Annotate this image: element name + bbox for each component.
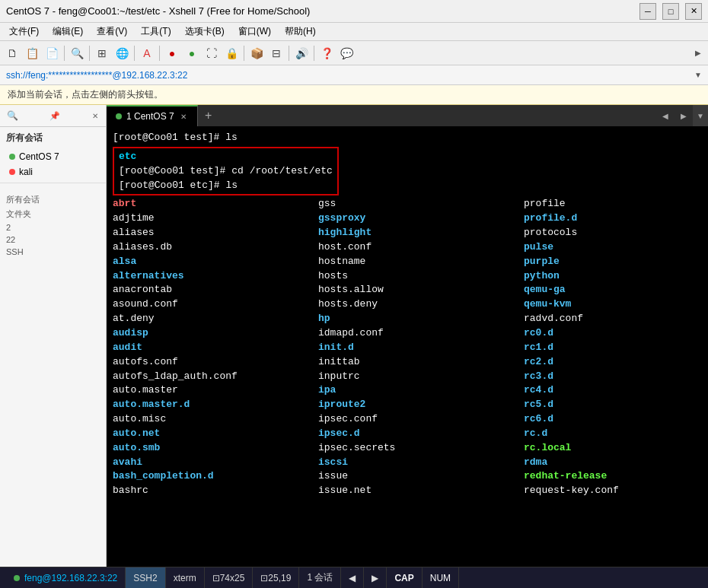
toolbar-btn7[interactable]: A [138,44,156,62]
file-iscsi: iscsi [318,456,524,470]
toolbar-btn5[interactable]: ⊞ [93,44,111,62]
file-automasterd: auto.master.d [113,398,318,412]
file-rc4d: rc4.d [524,383,702,398]
address-dropdown[interactable]: ▼ [694,71,702,79]
status-num: NUM [423,567,459,588]
file-rc1d: rc1.d [524,341,702,355]
terminal-line-1: [root@Coo01 test]# ls [113,131,702,145]
menu-edit[interactable]: 编辑(E) [46,24,89,40]
terminal-area: 1 CentOS 7 ✕ + ◀ ▶ ▼ [root@Coo01 test]# … [107,105,708,567]
terminal[interactable]: [root@Coo01 test]# ls etc [root@Coo01 te… [107,126,708,567]
file-automaster: auto.master [113,383,318,398]
toolbar-btn8[interactable]: ● [163,44,181,62]
file-asoundconf: asound.conf [113,297,318,312]
tab-centos7[interactable]: 1 CentOS 7 ✕ [107,105,198,126]
toolbar-btn6[interactable]: 🌐 [113,44,131,62]
sidebar-all-sessions-label: 所有会话 [0,127,106,149]
file-alsa: alsa [113,255,318,269]
status-size-icon: ⊡ [212,573,220,583]
menu-file[interactable]: 文件(F) [3,24,45,40]
file-hostconf: host.conf [318,240,524,255]
status-arrow-left[interactable]: ◀ [341,567,364,588]
toolbar-btn9[interactable]: ● [183,44,201,62]
file-hostsallow: hosts.allow [318,283,524,297]
file-requestkeyconf: request-key.conf [524,484,702,498]
status-pos: ⊡ 25,19 [253,567,299,588]
file-redhatrelease: redhat-release [524,469,702,484]
status-xterm: xterm [166,567,205,588]
sidebar-pin-icon: 📌 [49,111,60,121]
toolbar-btn13[interactable]: ⊟ [267,44,285,62]
toolbar-btn16[interactable]: 💬 [337,44,356,62]
tab-nav: ◀ ▶ ▼ [656,105,708,126]
file-qemuga: qemu-ga [524,283,702,297]
file-ipa: ipa [318,383,524,398]
file-aliasesdb: aliases.db [113,240,318,255]
stats-label-folder: 文件夹 [6,208,31,220]
file-ipsecd: ipsec.d [318,427,524,441]
toolbar-new[interactable]: 🗋 [3,44,21,62]
toolbar-btn12[interactable]: 📦 [247,44,266,62]
sidebar-close-btn[interactable]: ✕ [89,110,101,122]
file-idmapdconf: idmapd.conf [318,326,524,341]
file-ipsecconf: ipsec.conf [318,412,524,427]
toolbar-sep2 [89,46,90,61]
menu-bar: 文件(F) 编辑(E) 查看(V) 工具(T) 选项卡(B) 窗口(W) 帮助(… [0,23,708,41]
file-inputrc: inputrc [318,370,524,384]
tab-prev-btn[interactable]: ◀ [656,105,675,126]
close-button[interactable]: ✕ [685,3,702,20]
address-text: ssh://feng:******************@192.168.22… [6,70,187,81]
terminal-line-cd: [root@Coo01 test]# cd /root/test/etc [119,165,333,176]
centos-label: CentOS 7 [19,151,59,162]
toolbar-sep7 [314,46,314,61]
file-rc0d: rc0.d [524,326,702,341]
tab-close-btn[interactable]: ✕ [179,113,188,121]
stats-val-2: 2 [6,223,11,232]
file-qemukvm: qemu-kvm [524,297,702,312]
sidebar-search-icon[interactable]: 🔍 [5,108,20,123]
sidebar-item-centos[interactable]: CentOS 7 [0,149,106,164]
file-atdeny: at.deny [113,312,318,326]
menu-window[interactable]: 窗口(W) [232,24,277,40]
maximize-button[interactable]: □ [662,3,679,20]
menu-help[interactable]: 帮助(H) [279,24,322,40]
toolbar-btn4[interactable]: 🔍 [68,44,86,62]
file-automisc: auto.misc [113,412,318,427]
stats-val-22: 22 [6,235,15,244]
status-arrow-right[interactable]: ▶ [364,567,387,588]
file-purple: purple [524,255,702,269]
file-ipsecsecrets: ipsec.secrets [318,441,524,456]
status-cap-text: CAP [394,573,413,583]
status-sessions-text: 1 会话 [307,571,333,584]
toolbar-btn3[interactable]: 📄 [43,44,61,62]
toolbar-btn2[interactable]: 📋 [23,44,41,62]
toolbar-btn11[interactable]: 🔒 [222,44,241,62]
file-rclocal: rc.local [524,441,702,456]
sidebar-divider [0,183,106,183]
file-rc5d: rc5.d [524,398,702,412]
menu-view[interactable]: 查看(V) [91,24,133,40]
terminal-line-ls: [root@Coo01 etc]# ls [119,180,238,191]
file-hosts: hosts [318,269,524,284]
tab-dropdown-btn[interactable]: ▼ [693,105,708,126]
toolbar-sep3 [134,46,135,61]
file-gss: gss [318,197,524,211]
tab-dot [116,113,122,119]
menu-tools[interactable]: 工具(T) [135,24,177,40]
minimize-button[interactable]: ─ [639,3,656,20]
toolbar-sep6 [289,46,289,61]
tab-next-btn[interactable]: ▶ [675,105,693,126]
menu-tabs[interactable]: 选项卡(B) [179,24,231,40]
toolbar-right-arrow[interactable]: ▶ [691,44,705,62]
file-issuenet: issue.net [318,484,524,498]
toolbar-btn10[interactable]: ⛶ [203,44,221,62]
file-profiled: profile.d [524,211,702,226]
file-audisp: audisp [113,326,318,341]
file-list: abrt gss profile adjtime gssproxy profil… [113,197,702,498]
stats-label-ssh: SSH [6,247,24,256]
sidebar-item-kali[interactable]: kali [0,164,106,180]
tab-add-btn[interactable]: + [198,105,219,126]
toolbar-btn14[interactable]: 🔊 [292,44,311,62]
toolbar-btn15[interactable]: ❓ [317,44,336,62]
etc-dir: etc [119,151,136,162]
